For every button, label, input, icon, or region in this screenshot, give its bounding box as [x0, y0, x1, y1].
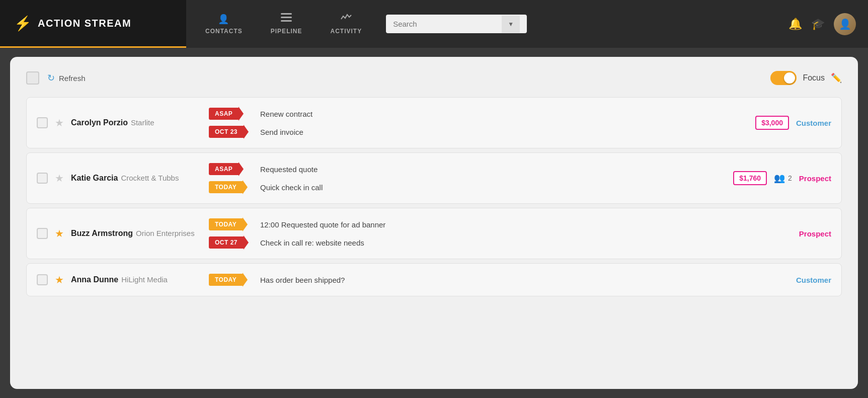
avatar-image: 👤	[834, 13, 856, 35]
tag-arrow	[244, 125, 249, 139]
contact-type-label[interactable]: Customer	[796, 276, 831, 284]
graduation-icon[interactable]: 🎓	[811, 18, 825, 31]
task-description: 12:00 Requested quote for ad banner	[260, 220, 385, 229]
svg-rect-1	[281, 17, 292, 18]
contact-name[interactable]: Anna Dunne	[71, 275, 118, 284]
tag-label: OCT 23	[209, 126, 244, 138]
star-icon[interactable]: ★	[55, 117, 64, 129]
tag-badge: ASAP	[209, 107, 254, 121]
tag-label: TODAY	[209, 181, 243, 193]
amount-badge: $3,000	[755, 116, 789, 130]
row-checkbox[interactable]	[37, 117, 48, 128]
toggle-thumb	[784, 72, 795, 84]
contact-company: Crockett & Tubbs	[121, 174, 179, 182]
tag-arrow	[244, 235, 249, 250]
row-right: $3,000Customer	[755, 116, 831, 130]
contact-name[interactable]: Katie Garcia	[71, 174, 118, 182]
star-icon[interactable]: ★	[55, 227, 64, 240]
row-right: Prospect	[799, 229, 831, 238]
task-row: ASAPRenew contract	[209, 107, 748, 121]
tag-badge: TODAY	[209, 180, 254, 194]
row-right: Customer	[796, 276, 831, 284]
row-checkbox[interactable]	[37, 228, 48, 239]
contact-name[interactable]: Carolyn Porzio	[71, 118, 128, 127]
tag-label: ASAP	[209, 108, 239, 120]
tasks-area: TODAYHas order been shipped?	[209, 273, 789, 287]
tag-badge: OCT 27	[209, 235, 254, 250]
main-content: ↻ Refresh Focus ✏️ ★Carolyn PorzioStarli…	[10, 57, 858, 389]
tag-arrow	[243, 180, 248, 194]
tag-label: TODAY	[209, 218, 243, 230]
tag-arrow	[243, 273, 248, 287]
contact-company: Starlite	[131, 118, 154, 127]
search-dropdown-button[interactable]: ▼	[502, 16, 520, 33]
nav-items: 👤 CONTACTS PIPELINE ACTIVITY	[191, 0, 376, 48]
tag-badge: TODAY	[209, 217, 254, 231]
tag-badge: ASAP	[209, 162, 254, 176]
row-checkbox[interactable]	[37, 274, 48, 285]
task-row: TODAYQuick check in call	[209, 180, 726, 194]
activity-icon	[341, 13, 352, 25]
task-row: ASAPRequested quote	[209, 162, 726, 176]
select-all-checkbox[interactable]	[26, 71, 39, 85]
star-icon[interactable]: ★	[55, 172, 64, 184]
contact-name-company: Carolyn PorzioStarlite	[71, 118, 202, 127]
team-icon: 👥	[774, 173, 785, 184]
contact-row: ★Carolyn PorzioStarliteASAPRenew contrac…	[26, 97, 842, 148]
task-description: Send invoice	[260, 128, 303, 136]
task-description: Check in call re: website needs	[260, 238, 364, 247]
focus-toggle[interactable]	[770, 71, 797, 85]
top-nav: ⚡ ACTION STREAM 👤 CONTACTS PIPELINE	[0, 0, 868, 48]
contact-row: ★Buzz ArmstrongOrion EnterprisesTODAY12:…	[26, 208, 842, 259]
refresh-button[interactable]: ↻ Refresh	[47, 72, 86, 84]
tasks-area: TODAY12:00 Requested quote for ad banner…	[209, 217, 792, 250]
contact-name[interactable]: Buzz Armstrong	[71, 229, 133, 237]
task-description: Has order been shipped?	[260, 276, 345, 284]
nav-pipeline[interactable]: PIPELINE	[257, 0, 317, 48]
brand-name: ACTION STREAM	[38, 18, 131, 29]
row-checkbox[interactable]	[37, 173, 48, 184]
tag-arrow	[239, 162, 244, 176]
notifications-icon[interactable]: 🔔	[788, 18, 802, 31]
tag-badge: OCT 23	[209, 125, 254, 139]
amount-badge: $1,760	[733, 171, 767, 185]
tag-label: OCT 27	[209, 236, 244, 249]
svg-rect-0	[281, 13, 292, 15]
team-count: 2	[788, 174, 792, 182]
nav-contacts-label: CONTACTS	[205, 28, 243, 35]
focus-label: Focus	[803, 73, 825, 83]
contact-type-label[interactable]: Prospect	[799, 174, 831, 183]
tasks-area: ASAPRenew contractOCT 23Send invoice	[209, 107, 748, 139]
nav-activity-label: ACTIVITY	[330, 28, 362, 35]
contact-type-label[interactable]: Customer	[796, 119, 831, 127]
contact-name-company: Anna DunneHiLight Media	[71, 275, 202, 284]
contact-row: ★Anna DunneHiLight MediaTODAYHas order b…	[26, 263, 842, 296]
tag-badge: TODAY	[209, 273, 254, 287]
contact-company: HiLight Media	[121, 275, 168, 284]
search-input[interactable]	[386, 15, 502, 33]
lightning-icon: ⚡	[14, 15, 32, 32]
star-icon[interactable]: ★	[55, 274, 64, 286]
nav-right-actions: 🔔 🎓 👤	[788, 13, 868, 35]
nav-activity[interactable]: ACTIVITY	[316, 0, 376, 48]
brand-logo[interactable]: ⚡ ACTION STREAM	[0, 0, 186, 48]
task-description: Requested quote	[260, 165, 318, 174]
refresh-label: Refresh	[59, 74, 86, 83]
edit-icon[interactable]: ✏️	[831, 72, 842, 84]
tag-label: TODAY	[209, 274, 243, 286]
task-description: Renew contract	[260, 110, 312, 118]
task-row: TODAY12:00 Requested quote for ad banner	[209, 217, 792, 231]
focus-area: Focus ✏️	[770, 71, 842, 85]
toolbar: ↻ Refresh Focus ✏️	[26, 71, 842, 85]
tasks-area: ASAPRequested quoteTODAYQuick check in c…	[209, 162, 726, 194]
refresh-icon: ↻	[47, 72, 55, 84]
contact-name-company: Buzz ArmstrongOrion Enterprises	[71, 229, 202, 238]
contacts-icon: 👤	[218, 14, 229, 25]
search-bar[interactable]: ▼	[386, 15, 527, 33]
tag-arrow	[239, 107, 244, 121]
nav-contacts[interactable]: 👤 CONTACTS	[191, 0, 257, 48]
svg-rect-2	[281, 20, 292, 22]
user-avatar[interactable]: 👤	[834, 13, 856, 35]
contact-company: Orion Enterprises	[136, 229, 195, 237]
contact-type-label[interactable]: Prospect	[799, 229, 831, 238]
